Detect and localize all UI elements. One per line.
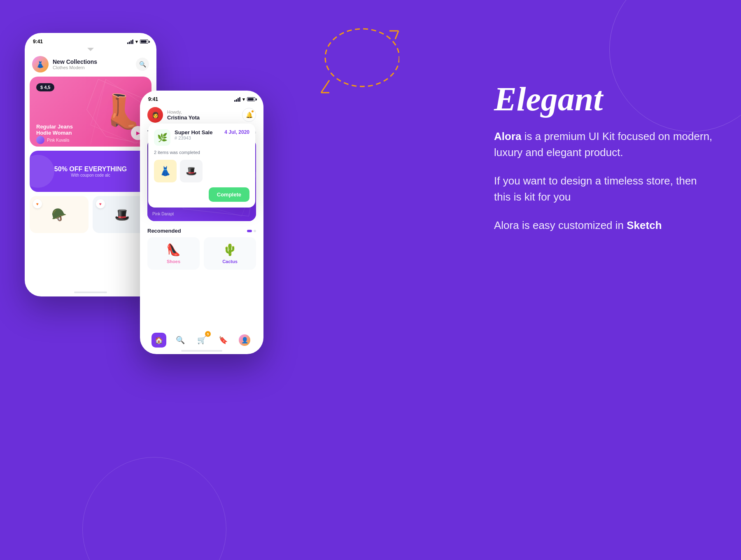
recommended-grid: 👠 Shoes 🌵 Cactus xyxy=(147,237,256,270)
notif-title: Super Hot Sale xyxy=(175,129,212,135)
battery-icon-2 xyxy=(247,97,255,101)
svg-line-1 xyxy=(321,80,329,93)
hero-product-subtitle: Hodie Woman xyxy=(36,130,73,136)
cactus-emoji: 🌵 xyxy=(210,243,250,257)
nav-cart[interactable]: 🛒 5 xyxy=(194,333,209,348)
description-text-3a: Alora is easy customized in xyxy=(494,219,627,231)
hero-author-name: Pink Kuvalis xyxy=(47,138,69,142)
notification-bell[interactable]: 🔔 xyxy=(242,108,256,122)
phone1-scroll-indicator xyxy=(25,48,156,54)
notif-image-2: 🎩 xyxy=(180,160,203,182)
wifi-icon: ▾ xyxy=(135,39,138,44)
shoes-emoji: 👠 xyxy=(153,243,194,257)
username-label: Cristina Yota xyxy=(167,114,200,121)
phone1-header-left: 👗 New Collections Clothes Modern xyxy=(32,56,97,72)
battery-icon xyxy=(140,40,148,44)
phone1-title: New Collections xyxy=(53,58,97,65)
nav-bookmarks[interactable]: 🔖 xyxy=(216,333,231,348)
sketch-brand: Sketch xyxy=(627,219,662,231)
product-card-hat: ♥ 🪖 xyxy=(30,196,89,233)
dashed-circle-decoration xyxy=(309,16,399,100)
bottom-nav: 🏠 🔍 🛒 5 🔖 👤 xyxy=(140,333,263,348)
recommended-dots xyxy=(247,230,256,232)
notif-images: 👗 🎩 xyxy=(154,160,249,182)
cactus-label: Cactus xyxy=(210,259,250,264)
right-content: Elegant Alora is a premium UI Kit focuse… xyxy=(494,82,716,233)
phone1-home-indicator xyxy=(25,292,156,293)
phone1-header-text: New Collections Clothes Modern xyxy=(53,58,97,70)
rec-card-shoes: 👠 Shoes xyxy=(147,237,200,270)
notification-popup: 🌿 Super Hot Sale # 23943 4 Jul, 2020 2 i… xyxy=(148,124,255,208)
notif-header: 🌿 Super Hot Sale # 23943 4 Jul, 2020 xyxy=(154,129,249,146)
notif-date: 4 Jul, 2020 xyxy=(224,129,249,135)
promo-headline: 50% OFF EVERYTHING xyxy=(54,166,127,173)
rec-card-cactus: 🌵 Cactus xyxy=(204,237,256,270)
description-paragraph-3: Alora is easy customized in Sketch xyxy=(494,217,716,233)
rec-dot-1 xyxy=(247,230,252,232)
signal-icon-2 xyxy=(234,97,240,102)
phone2-time: 9:41 xyxy=(148,96,158,102)
nav-home[interactable]: 🏠 xyxy=(151,333,166,348)
description-paragraph-1: Alora is a premium UI Kit focused on mod… xyxy=(494,128,716,161)
signal-icon xyxy=(127,40,133,44)
complete-button[interactable]: Complete xyxy=(209,187,249,202)
phone2-home-indicator xyxy=(181,350,222,352)
recommended-header: Recomended xyxy=(147,228,256,234)
hero-product-info: Regular Jeans Hodie Woman xyxy=(36,124,73,136)
promo-code: With coupon code alc xyxy=(54,173,127,177)
greeting-label: Howdy, xyxy=(167,110,200,114)
phone1: 9:41 ▾ 👗 New Collections Clothes Modern xyxy=(25,33,156,296)
hero-product-title: Regular Jeans xyxy=(36,124,73,130)
heart-icon-2[interactable]: ♥ xyxy=(96,199,105,208)
description-paragraph-2: If you want to design a timeless store, … xyxy=(494,173,716,205)
notif-subtitle: 2 items was completed xyxy=(154,150,249,155)
greeting-text: Howdy, Cristina Yota xyxy=(167,110,200,121)
recommended-label: Recomended xyxy=(147,228,181,234)
nav-search[interactable]: 🔍 xyxy=(173,333,188,348)
promo-text: 50% OFF EVERYTHING With coupon code alc xyxy=(54,166,127,177)
trending-card-info: Pink Darapt xyxy=(152,212,174,216)
search-button[interactable]: 🔍 xyxy=(136,58,149,71)
phone1-avatar: 👗 xyxy=(32,56,49,72)
phone2-status-bar: 9:41 ▾ xyxy=(140,91,263,105)
notif-number: # 23943 xyxy=(175,135,212,140)
alora-brand-1: Alora xyxy=(494,130,521,142)
cart-badge: 5 xyxy=(205,331,211,337)
nav-profile[interactable]: 👤 xyxy=(237,333,252,348)
product-grid: ♥ 🪖 ♥ 🎩 xyxy=(30,196,151,233)
phone1-status-icons: ▾ xyxy=(127,39,148,44)
svg-line-3 xyxy=(395,31,398,39)
notif-info: Super Hot Sale # 23943 xyxy=(175,129,212,140)
promo-card: 50% OFF EVERYTHING With coupon code alc xyxy=(30,151,151,192)
phone1-subtitle: Clothes Modern xyxy=(53,65,97,70)
main-headline: Elegant xyxy=(494,82,716,116)
phone2-status-icons: ▾ xyxy=(234,97,255,102)
notif-icon: 🌿 xyxy=(154,129,170,146)
wifi-icon-2: ▾ xyxy=(242,97,245,102)
trending-card-author: Pink Darapt xyxy=(152,212,174,216)
notif-image-1: 👗 xyxy=(154,160,177,182)
bg-decoration-circle-bl xyxy=(82,457,226,560)
shoes-label: Shoes xyxy=(153,259,194,264)
recommended-section: Recomended 👠 Shoes 🌵 Cactus xyxy=(140,224,263,270)
user-avatar: 👩 xyxy=(147,107,163,123)
phone1-status-bar: 9:41 ▾ xyxy=(25,33,156,48)
phone2: 9:41 ▾ 👩 Howdy, Cristina Yota 🔔 xyxy=(140,91,263,354)
phone1-time: 9:41 xyxy=(33,39,43,44)
heart-icon-1[interactable]: ♥ xyxy=(33,199,42,208)
phone2-user: 👩 Howdy, Cristina Yota xyxy=(147,107,200,123)
hero-author: Pink Kuvalis xyxy=(36,136,69,144)
rec-dot-2 xyxy=(254,230,256,232)
description-text-1: is a premium UI Kit focused on modern, l… xyxy=(494,130,712,159)
svg-point-0 xyxy=(325,29,399,86)
hero-price-badge: $ 4,5 xyxy=(36,83,54,91)
phone1-header: 👗 New Collections Clothes Modern 🔍 xyxy=(25,54,156,77)
hero-product-card: 👢 $ 4,5 Regular Jeans Hodie Woman Pink K… xyxy=(30,77,151,147)
